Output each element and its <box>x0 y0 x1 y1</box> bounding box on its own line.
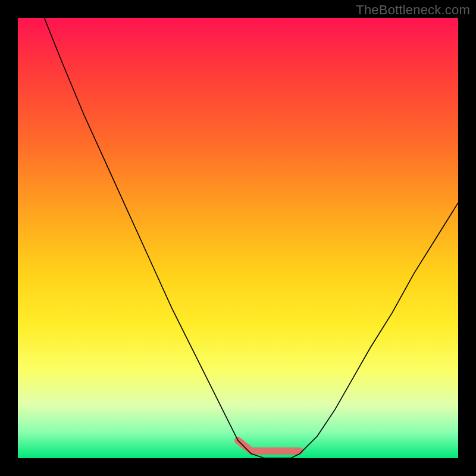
watermark-label: TheBottleneck.com <box>356 2 470 18</box>
plot-area <box>18 18 458 458</box>
chart-frame: TheBottleneck.com <box>0 0 476 476</box>
bottleneck-curve-svg <box>18 18 458 458</box>
bottleneck-curve-line <box>44 18 458 458</box>
